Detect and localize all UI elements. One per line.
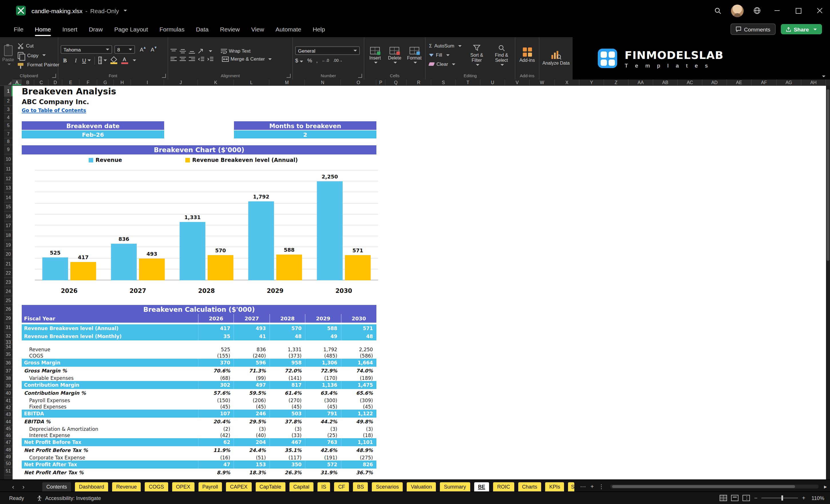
column-header-C[interactable]: C: [34, 80, 49, 85]
merge-center-button[interactable]: Merge & Center: [222, 56, 272, 62]
chart-bar-breakeven[interactable]: [70, 262, 96, 280]
new-sheet-button[interactable]: +: [587, 482, 597, 492]
column-header-X[interactable]: X: [555, 80, 579, 85]
zoom-slider[interactable]: [761, 498, 798, 498]
table-row[interactable]: EBITDA1072465037911,122: [22, 410, 376, 418]
column-header-Q[interactable]: Q: [386, 80, 407, 85]
row-header-12[interactable]: 12: [4, 174, 12, 184]
row-header-22[interactable]: 22: [4, 269, 12, 278]
row-header-5[interactable]: 5: [4, 121, 12, 130]
bold-button[interactable]: B: [61, 56, 69, 65]
row-header-50[interactable]: 50: [4, 461, 12, 467]
currency-button[interactable]: $: [295, 57, 304, 63]
alignment-dialog-launcher[interactable]: [287, 74, 291, 78]
comma-style-button[interactable]: ,: [316, 57, 318, 63]
sheet-options-button[interactable]: ⋮: [597, 482, 606, 492]
row-header-48[interactable]: 48: [4, 446, 12, 454]
clear-button[interactable]: Clear: [428, 61, 463, 67]
font-size-combo[interactable]: 8: [115, 45, 135, 54]
percent-style-button[interactable]: %: [308, 57, 312, 63]
chart-bar-revenue[interactable]: [317, 181, 343, 280]
font-color-button[interactable]: A: [120, 56, 129, 65]
row-header-35[interactable]: 35: [4, 350, 12, 359]
menu-tab-review[interactable]: Review: [214, 21, 246, 37]
column-header-AB[interactable]: AB: [653, 80, 678, 85]
column-header-R[interactable]: R: [407, 80, 431, 85]
column-header-Z[interactable]: Z: [604, 80, 629, 85]
row-header-3[interactable]: 3: [4, 106, 12, 114]
comments-button[interactable]: Comments: [730, 24, 775, 35]
sheet-tab-capital[interactable]: Capital: [289, 482, 313, 492]
table-row[interactable]: Net Profit Before Tax622044677631,101: [22, 438, 376, 446]
sheet-tab-s[interactable]: S: [568, 482, 574, 492]
column-header-G[interactable]: G: [97, 80, 114, 85]
format-cells-button[interactable]: Format: [406, 39, 423, 70]
sheet-tab-payroll[interactable]: Payroll: [198, 482, 222, 492]
addins-button[interactable]: Add-ins: [518, 39, 537, 70]
chart-bar-revenue[interactable]: [42, 257, 68, 280]
column-header-F[interactable]: F: [79, 80, 97, 85]
tab-scroll-left-button[interactable]: ‹: [8, 482, 18, 492]
row-header-13[interactable]: 13: [4, 184, 12, 193]
sheet-tab-be[interactable]: BE: [474, 482, 489, 492]
chart-bar-breakeven[interactable]: [139, 259, 165, 280]
table-row[interactable]: Depreciation & Amortization(2)(3)(3)(3)(…: [22, 426, 376, 432]
row-header-4[interactable]: 4: [4, 114, 12, 121]
sheet-tab-dashboard[interactable]: Dashboard: [75, 482, 108, 492]
row-header-2[interactable]: 2: [4, 97, 12, 106]
row-header-49[interactable]: 49: [4, 454, 12, 461]
column-header-T[interactable]: T: [456, 80, 480, 85]
table-row[interactable]: Gross Margin3705969581,3061,664: [22, 359, 376, 367]
table-row[interactable]: EBITDA %20.4%29.5%37.8%44.2%49.8%: [22, 418, 376, 426]
row-header-25[interactable]: 25: [4, 296, 12, 305]
table-row[interactable]: COGS(155)(240)(373)(485)(586): [22, 352, 376, 359]
table-row[interactable]: Net Profit After Tax %8.9%18.3%26.3%31.9…: [22, 469, 376, 476]
table-row[interactable]: Contribution Margin %57.6%59.5%61.4%63.4…: [22, 389, 376, 397]
sheet-tab-scenarios[interactable]: Scenarios: [372, 482, 403, 492]
row-header-38[interactable]: 38: [4, 375, 12, 382]
column-header-U[interactable]: U: [480, 80, 505, 85]
sheet-tab-cogs[interactable]: COGS: [145, 482, 168, 492]
window-title[interactable]: candle-making.xlsx - Read-Only: [31, 7, 127, 14]
menu-tab-view[interactable]: View: [246, 21, 270, 37]
increase-decimal-button[interactable]: ←.0: [322, 58, 329, 62]
row-header-20[interactable]: 20: [4, 250, 12, 259]
sheet-tab-revenue[interactable]: Revenue: [112, 482, 141, 492]
row-header-41[interactable]: 41: [4, 398, 12, 405]
row-header-32[interactable]: 32: [4, 333, 12, 340]
row-header-10[interactable]: 10: [4, 154, 12, 164]
row-header-7[interactable]: 7: [4, 130, 12, 138]
sheet-tab-valuation[interactable]: Valuation: [407, 482, 436, 492]
zoom-slider-thumb[interactable]: [782, 496, 784, 501]
account-button[interactable]: [728, 0, 747, 21]
chart-bar-breakeven[interactable]: [208, 255, 233, 280]
column-header-P[interactable]: P: [376, 80, 386, 85]
excel-app-icon[interactable]: [16, 6, 26, 15]
close-button[interactable]: [809, 0, 830, 21]
row-header-17[interactable]: 17: [4, 221, 12, 230]
legend-item-revenue[interactable]: Revenue: [89, 157, 122, 163]
row-header-11[interactable]: 11: [4, 164, 12, 174]
column-header-AA[interactable]: AA: [629, 80, 653, 85]
vertical-scrollbar-thumb[interactable]: [827, 89, 829, 261]
row-header-14[interactable]: 14: [4, 193, 12, 202]
page-layout-view-button[interactable]: [731, 495, 739, 501]
row-header-46[interactable]: 46: [4, 433, 12, 439]
horizontal-scrollbar[interactable]: [610, 484, 819, 489]
align-right-button[interactable]: [189, 56, 195, 62]
sheet-canvas[interactable]: Breakeven Analysis ABC Company Inc. Go t…: [12, 86, 826, 479]
row-header-8[interactable]: 8: [4, 138, 12, 145]
row-header-33[interactable]: 33: [4, 340, 12, 344]
underline-button[interactable]: U: [83, 56, 91, 65]
font-dialog-launcher[interactable]: [162, 74, 166, 78]
row-header-21[interactable]: 21: [4, 259, 12, 269]
row-header-9[interactable]: 9: [4, 145, 12, 154]
vertical-scrollbar[interactable]: [826, 86, 830, 479]
zoom-in-button[interactable]: +: [802, 495, 805, 501]
column-header-AD[interactable]: AD: [702, 80, 727, 85]
cut-button[interactable]: Cut: [17, 42, 60, 50]
format-painter-button[interactable]: Format Painter: [17, 61, 60, 68]
minimize-button[interactable]: [767, 0, 788, 21]
paste-button[interactable]: Paste: [2, 39, 14, 70]
menu-tab-draw[interactable]: Draw: [83, 21, 108, 37]
